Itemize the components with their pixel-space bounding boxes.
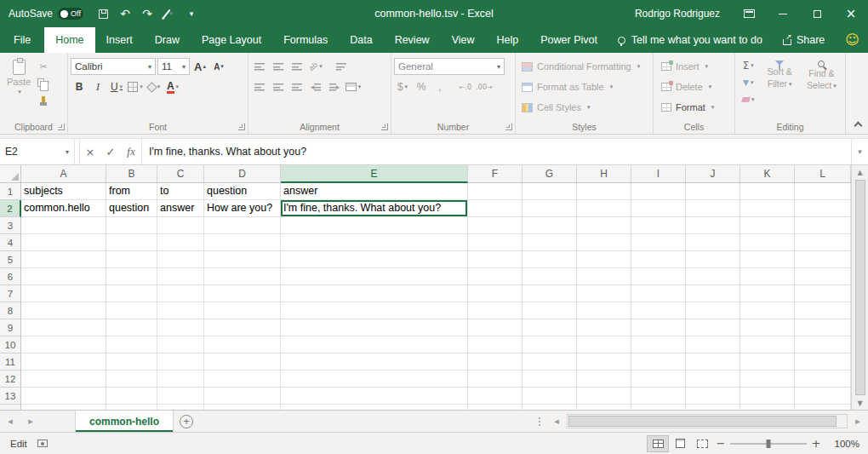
- cell-H12[interactable]: [577, 371, 631, 388]
- cell-A8[interactable]: [21, 302, 106, 319]
- cell-K11[interactable]: [740, 353, 795, 371]
- cell-I4[interactable]: [631, 234, 686, 251]
- cell-I2[interactable]: [631, 200, 686, 217]
- fill-button[interactable]: ▼: [738, 75, 759, 90]
- row-header-6[interactable]: 6: [0, 268, 21, 285]
- cell-I7[interactable]: [631, 285, 686, 302]
- copy-button[interactable]: [35, 76, 52, 89]
- cell-J9[interactable]: [686, 319, 740, 336]
- wrap-text-button[interactable]: [333, 57, 350, 76]
- cell-F9[interactable]: [468, 319, 523, 336]
- cell-G7[interactable]: [523, 285, 577, 302]
- align-left-button[interactable]: [251, 78, 268, 96]
- column-header-A[interactable]: A: [21, 165, 106, 183]
- ribbon-display-options-button[interactable]: [732, 0, 766, 27]
- cell-H1[interactable]: [577, 183, 631, 200]
- cell-B4[interactable]: [106, 234, 157, 251]
- customize-qat-button[interactable]: ▾: [180, 0, 203, 27]
- share-button[interactable]: Share: [783, 34, 825, 46]
- cell-D9[interactable]: [204, 319, 281, 336]
- cell-E9[interactable]: [281, 319, 468, 336]
- cell-E3[interactable]: [281, 217, 468, 234]
- cell-H11[interactable]: [577, 353, 631, 371]
- cell-I11[interactable]: [631, 353, 686, 371]
- cell-L12[interactable]: [795, 371, 851, 388]
- cell-L13[interactable]: [795, 388, 851, 405]
- middle-align-button[interactable]: [270, 57, 287, 76]
- format-as-table-button[interactable]: Format as Table: [518, 77, 650, 97]
- cell-F7[interactable]: [468, 285, 523, 302]
- tab-insert[interactable]: Insert: [95, 27, 144, 53]
- cell-J12[interactable]: [686, 371, 740, 388]
- cell-H8[interactable]: [577, 302, 631, 319]
- vertical-scrollbar[interactable]: ▲ ▼: [851, 165, 868, 410]
- cell-D13[interactable]: [204, 388, 281, 405]
- cell-C3[interactable]: [157, 217, 204, 234]
- cut-button[interactable]: ✂: [35, 60, 52, 73]
- tab-splitter-handle[interactable]: [539, 411, 541, 432]
- cell-K8[interactable]: [740, 302, 795, 319]
- insert-function-button[interactable]: fx: [121, 139, 141, 164]
- autosave-switch-icon[interactable]: Off: [58, 8, 83, 20]
- delete-cells-button[interactable]: Delete: [656, 77, 732, 97]
- cell-J4[interactable]: [686, 234, 740, 251]
- undo-button[interactable]: ↶: [114, 0, 136, 27]
- comma-style-button[interactable]: ,: [431, 78, 448, 96]
- number-dialog-launcher-icon[interactable]: [505, 124, 512, 130]
- cell-F5[interactable]: [468, 251, 523, 268]
- cell-H5[interactable]: [577, 251, 631, 268]
- cell-G3[interactable]: [523, 217, 577, 234]
- cell-L4[interactable]: [795, 234, 851, 251]
- cell-I8[interactable]: [631, 302, 686, 319]
- cell-E5[interactable]: [281, 251, 468, 268]
- cell-C9[interactable]: [157, 319, 204, 336]
- cell-J13[interactable]: [686, 388, 740, 405]
- cell-K5[interactable]: [740, 251, 795, 268]
- column-header-C[interactable]: C: [157, 165, 204, 183]
- cell-C2[interactable]: answer: [157, 200, 204, 217]
- cell-G2[interactable]: [523, 200, 577, 217]
- cell-J11[interactable]: [686, 353, 740, 371]
- cell-H2[interactable]: [577, 200, 631, 217]
- cell-A11[interactable]: [21, 353, 106, 371]
- vertical-scrollbar-thumb[interactable]: [855, 180, 865, 395]
- cell-A10[interactable]: [21, 336, 106, 353]
- close-button[interactable]: ×: [834, 0, 868, 27]
- column-header-G[interactable]: G: [523, 165, 577, 183]
- hscroll-right-icon[interactable]: ▸: [848, 411, 868, 432]
- cell-G13[interactable]: [523, 388, 577, 405]
- zoom-out-button[interactable]: −: [713, 437, 728, 450]
- cell-E11[interactable]: [281, 353, 468, 371]
- cell-G1[interactable]: [523, 183, 577, 200]
- cell-L8[interactable]: [795, 302, 851, 319]
- cell-B11[interactable]: [106, 353, 157, 371]
- column-header-F[interactable]: F: [468, 165, 523, 183]
- cell-G8[interactable]: [523, 302, 577, 319]
- cell-D5[interactable]: [204, 251, 281, 268]
- tab-view[interactable]: View: [441, 27, 486, 53]
- cell-H9[interactable]: [577, 319, 631, 336]
- cell-L9[interactable]: [795, 319, 851, 336]
- cell-B6[interactable]: [106, 268, 157, 285]
- cell-D4[interactable]: [204, 234, 281, 251]
- font-dialog-launcher-icon[interactable]: [238, 124, 245, 130]
- zoom-level[interactable]: 100%: [824, 439, 859, 449]
- cell-L6[interactable]: [795, 268, 851, 285]
- cell-B5[interactable]: [106, 251, 157, 268]
- maximize-button[interactable]: [800, 0, 834, 27]
- cell-K6[interactable]: [740, 268, 795, 285]
- cell-E8[interactable]: [281, 302, 468, 319]
- column-header-J[interactable]: J: [686, 165, 740, 183]
- cell-C13[interactable]: [157, 388, 204, 405]
- cell-K3[interactable]: [740, 217, 795, 234]
- bold-button[interactable]: B: [71, 78, 88, 96]
- cell-J8[interactable]: [686, 302, 740, 319]
- sheet-nav-left-button[interactable]: ◂: [0, 411, 20, 432]
- cell-J10[interactable]: [686, 336, 740, 353]
- tab-data[interactable]: Data: [339, 27, 383, 53]
- cell-B9[interactable]: [106, 319, 157, 336]
- paste-button[interactable]: Paste: [3, 56, 35, 120]
- scroll-up-icon[interactable]: ▲: [852, 165, 868, 179]
- column-header-B[interactable]: B: [106, 165, 157, 183]
- cell-H3[interactable]: [577, 217, 631, 234]
